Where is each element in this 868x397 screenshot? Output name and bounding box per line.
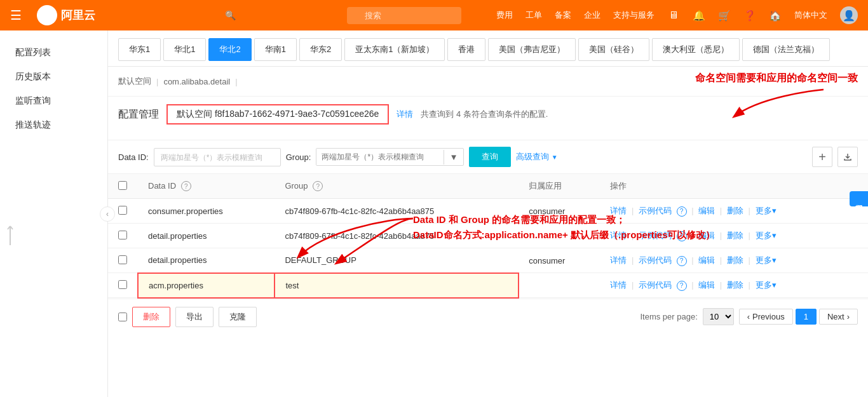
region-tab-south1[interactable]: 华南1 — [254, 38, 297, 61]
row4-sample-code-link[interactable]: 示例代码 — [639, 280, 672, 290]
row4-code-help-icon[interactable]: ? — [677, 281, 687, 291]
row2-more-link[interactable]: 更多▾ — [756, 231, 776, 240]
pagination-buttons: ‹ Previous 1 Next › — [739, 309, 858, 325]
region-tab-north2[interactable]: 华北2 — [208, 38, 251, 61]
row1-more-link[interactable]: 更多▾ — [756, 206, 776, 215]
prev-button[interactable]: ‹ Previous — [739, 309, 793, 325]
row2-edit-link[interactable]: 编辑 — [698, 231, 715, 240]
sidebar-item-history[interactable]: 历史版本 — [0, 65, 107, 89]
group-input[interactable] — [316, 149, 444, 165]
row4-more-link[interactable]: 更多▾ — [756, 280, 776, 290]
region-tab-au[interactable]: 澳大利亚（悉尼） — [652, 38, 740, 61]
config-section: 配置管理 默认空间 f8f18ab7-1662-4971-9ae3-7c0591… — [108, 97, 868, 140]
namespace-com-link[interactable]: com.alibaba.detail — [163, 77, 230, 86]
group-help-icon[interactable]: ? — [313, 181, 323, 191]
nav-item-orders[interactable]: 工单 — [526, 10, 542, 21]
search-input[interactable] — [347, 7, 461, 24]
row2-actions: 详情 | 示例代码 ? | 编辑 | 删除 | 更多▾ — [600, 224, 868, 248]
region-tab-us-sv[interactable]: 美国（硅谷） — [578, 38, 649, 61]
row4-app — [519, 273, 600, 298]
row3-delete-link[interactable]: 删除 — [727, 255, 743, 265]
th-app: 归属应用 — [519, 174, 600, 199]
sidebar-item-monitor[interactable]: 监听查询 — [0, 89, 107, 113]
sidebar-item-push[interactable]: 推送轨迹 — [0, 113, 107, 137]
row4-detail-link[interactable]: 详情 — [610, 280, 627, 290]
config-namespace-box: 默认空间 f8f18ab7-1662-4971-9ae3-7c0591cee26… — [166, 104, 389, 124]
add-config-btn[interactable]: + — [812, 147, 832, 167]
sidebar-collapse-btn[interactable]: ‹ — [100, 206, 115, 222]
row3-edit-link[interactable]: 编辑 — [698, 255, 715, 265]
delete-button[interactable]: 删除 — [132, 307, 170, 327]
row4-delete-link[interactable]: 删除 — [727, 280, 743, 290]
row1-sample-code-link[interactable]: 示例代码 — [639, 206, 672, 215]
region-tab-north1[interactable]: 华北1 — [163, 38, 206, 61]
row3-group: DEFAULT_GROUP — [275, 248, 519, 273]
nav-item-beian[interactable]: 备案 — [555, 10, 571, 21]
sidebar-item-config-list[interactable]: 配置列表 — [0, 41, 107, 65]
sidebar-collapse-left[interactable] — [5, 223, 15, 250]
download-btn[interactable] — [837, 147, 858, 167]
row1-code-help-icon[interactable]: ? — [677, 206, 687, 217]
row1-detail-link[interactable]: 详情 — [610, 206, 627, 215]
help-icon[interactable]: ❓ — [743, 9, 756, 22]
row3-code-help-icon[interactable]: ? — [677, 256, 687, 266]
region-tab-us-va[interactable]: 美国（弗吉尼亚） — [488, 38, 576, 61]
row2-sample-code-link[interactable]: 示例代码 — [639, 231, 672, 240]
row2-detail-link[interactable]: 详情 — [610, 231, 627, 240]
namespace-sep2: | — [235, 77, 237, 86]
th-data-id: Data ID ? — [138, 174, 275, 199]
row2-code-help-icon[interactable]: ? — [677, 231, 687, 241]
row1-checkbox[interactable] — [118, 206, 127, 215]
per-page-select[interactable]: 10 20 50 — [703, 308, 734, 325]
page-1-button[interactable]: 1 — [796, 309, 817, 325]
row4-data-id: acm.properties — [138, 273, 275, 298]
region-tab-east2[interactable]: 华东2 — [299, 38, 342, 61]
select-all-checkbox[interactable] — [118, 181, 127, 190]
advanced-query-button[interactable]: 高级查询 ▼ — [516, 151, 558, 163]
region-tab-sg[interactable]: 亚太东南1（新加坡） — [344, 38, 445, 61]
items-per-page-label: Items per page: — [640, 312, 697, 321]
nav-links: 费用 工单 备案 企业 支持与服务 🖥 🔔 🛒 ❓ 🏠 简体中文 👤 — [496, 6, 858, 24]
nav-item-fees[interactable]: 费用 — [496, 10, 513, 21]
region-tab-de[interactable]: 德国（法兰克福） — [742, 38, 830, 61]
group-select-wrapper: ▼ — [316, 148, 463, 166]
contact-panel[interactable]: 联系我们 — [850, 191, 868, 206]
namespace-value: 默认空间 f8f18ab7-1662-4971-9ae3-7c0591cee26… — [177, 109, 379, 119]
row4-checkbox[interactable] — [118, 280, 127, 289]
cart-icon[interactable]: 🛒 — [718, 9, 731, 22]
row1-delete-link[interactable]: 删除 — [727, 206, 743, 215]
namespace-default-link[interactable]: 默认空间 — [118, 76, 151, 87]
row4-checkbox-cell — [108, 273, 138, 298]
prev-chevron-icon: ‹ — [747, 312, 750, 321]
clone-button[interactable]: 克隆 — [219, 307, 257, 327]
lang-selector[interactable]: 简体中文 — [794, 10, 827, 21]
row1-edit-link[interactable]: 编辑 — [698, 206, 715, 215]
export-button[interactable]: 导出 — [175, 307, 214, 327]
region-tab-east1[interactable]: 华东1 — [118, 38, 161, 61]
config-detail-link[interactable]: 详情 — [397, 109, 413, 120]
home-icon[interactable]: 🏠 — [769, 9, 782, 22]
monitor-icon[interactable]: 🖥 — [667, 9, 680, 22]
bell-icon[interactable]: 🔔 — [693, 9, 705, 22]
group-dropdown-btn[interactable]: ▼ — [444, 150, 463, 165]
row1-actions: 详情 | 示例代码 ? | 编辑 | 删除 | 更多▾ — [600, 199, 868, 224]
row3-sample-code-link[interactable]: 示例代码 — [639, 255, 672, 265]
nav-item-enterprise[interactable]: 企业 — [584, 10, 600, 21]
row3-detail-link[interactable]: 详情 — [610, 255, 627, 265]
row4-edit-link[interactable]: 编辑 — [698, 280, 715, 290]
data-id-input[interactable] — [154, 148, 281, 166]
row2-checkbox[interactable] — [118, 231, 127, 239]
next-button[interactable]: Next › — [819, 309, 858, 325]
query-button[interactable]: 查询 — [469, 147, 511, 167]
avatar-icon[interactable]: 👤 — [840, 6, 858, 24]
hamburger-icon[interactable]: ☰ — [10, 8, 22, 23]
row3-more-link[interactable]: 更多▾ — [756, 255, 776, 265]
region-tab-hk[interactable]: 香港 — [447, 38, 485, 61]
data-id-help-icon[interactable]: ? — [181, 181, 191, 191]
row3-checkbox[interactable] — [118, 255, 127, 264]
nav-item-support[interactable]: 支持与服务 — [613, 10, 654, 21]
bottom-select-all-checkbox[interactable] — [118, 313, 127, 321]
row4-group: test — [275, 273, 519, 298]
row2-checkbox-cell — [108, 224, 138, 248]
row2-delete-link[interactable]: 删除 — [727, 231, 743, 240]
